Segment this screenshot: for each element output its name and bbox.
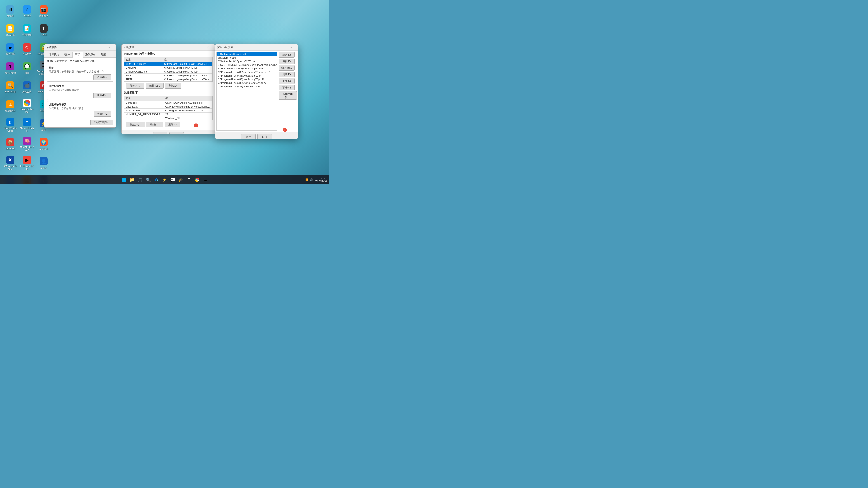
user-vars-table: 变量 值 MOZ_PLUGIN_PATH C:\Program Files (x…: [124, 57, 213, 82]
taskbar-typora-icon[interactable]: T: [185, 176, 193, 184]
tab-hardware[interactable]: 硬件: [62, 52, 72, 57]
startup-section-desc: 系统启动，系统故障和调试信息: [49, 107, 112, 110]
desktop-icon-mindmaster[interactable]: 🧠 MindMaster 2020: [19, 135, 35, 153]
user-vars-title: liuguanglei 的用户变量(U): [124, 52, 213, 56]
envvar-close-button[interactable]: ✕: [203, 45, 213, 50]
taskbar-meeting-icon[interactable]: 🎓: [177, 176, 184, 184]
table-row[interactable]: MOZ_PLUGIN_PATH C:\Program Files (x86)\F…: [124, 62, 213, 66]
taskbar-clouddisk-icon[interactable]: ☁: [202, 176, 209, 184]
env-vars-button[interactable]: 环境变量(N)...: [90, 120, 114, 125]
taskbar-center: 📁 🎵 🔍 ⚡ 💬 🎓 T: [120, 176, 209, 184]
editenv-controls: ✕: [286, 45, 296, 50]
desktop-icon-chrome[interactable]: Google Chrome: [19, 97, 35, 115]
taskbar-clock[interactable]: 10:51 2022/12/18: [314, 177, 327, 183]
table-row[interactable]: Path C:\Users\liuguanglei\AppData\Local\…: [124, 74, 213, 77]
desktop-icon-screenshot[interactable]: 📷 截图翻译: [36, 2, 52, 20]
table-row[interactable]: TEMP C:\Users\liuguanglei\AppData\Local\…: [124, 77, 213, 81]
editenv-list-item[interactable]: C:\Program Files (x86)\NetSarang\Xlpd 7\: [217, 77, 277, 81]
tab-remote[interactable]: 远程: [98, 52, 109, 57]
tab-advanced[interactable]: 高级: [72, 52, 83, 58]
user-edit-button[interactable]: 编辑(E)...: [146, 83, 164, 89]
desktop-icon-jinshandoc[interactable]: 📄 金山文档: [2, 21, 18, 39]
sysprop-titlebar: 系统属性 ✕: [44, 44, 116, 51]
userprofile-settings-button[interactable]: 设置(E)...: [93, 93, 112, 98]
svg-rect-6: [122, 180, 124, 182]
editenv-list-item[interactable]: %SystemRoot%\system32: [217, 52, 277, 56]
tab-system-protect[interactable]: 系统保护: [83, 52, 98, 57]
sys-new-button[interactable]: 新建(W)...: [126, 122, 145, 127]
desktop-icon-tencent-video[interactable]: ▶ 腾讯视频: [2, 40, 18, 58]
desktop-icon-everything[interactable]: 🔍 Everything: [2, 78, 18, 96]
editenv-delete-button[interactable]: 删除(D): [279, 72, 294, 77]
sysprop-close-button[interactable]: ✕: [104, 45, 114, 50]
perf-settings-button[interactable]: 设置(S)...: [93, 74, 112, 80]
svg-rect-4: [122, 178, 124, 180]
editenv-close-button[interactable]: ✕: [286, 45, 296, 50]
editenv-edittext-button[interactable]: 编辑文本(T)...: [279, 91, 297, 100]
editenv-list-item[interactable]: %SYSTEMROOT%\System32\WindowsPowerShell\…: [217, 63, 277, 67]
table-row[interactable]: DriverData C:\Windows\System32\Drivers\D…: [124, 105, 213, 109]
editenv-cancel-button[interactable]: 取消: [257, 134, 272, 139]
editenv-down-button[interactable]: 下移(O): [279, 85, 294, 90]
sys-edit-button[interactable]: 编辑(I)...: [146, 122, 163, 127]
table-row[interactable]: OS Windows_NT: [124, 116, 213, 120]
desktop-icon-tencent-meeting[interactable]: 📹 腾讯会议: [19, 78, 35, 96]
tab-computer-name[interactable]: 计算机名: [46, 52, 62, 57]
sysprop-nav-tabs: 计算机名 硬件 高级 系统保护 远程: [44, 51, 116, 58]
taskbar-start-button[interactable]: [120, 176, 127, 184]
sys-vars-title: 系统变量(S): [124, 91, 213, 95]
user-delete-button[interactable]: 删除(D): [165, 83, 181, 89]
desktop-icon-evernote[interactable]: 📝 印象笔记: [19, 21, 35, 39]
desktop-icon-xunlei-person[interactable]: 👤 迅雷人: [36, 154, 52, 172]
desktop-icon-typora[interactable]: T Typora: [36, 21, 52, 39]
editenv-up-button[interactable]: 上移(U): [279, 78, 294, 84]
editenv-list-item[interactable]: %SystemRoot%\System32\Wbem: [217, 59, 277, 63]
user-vars-btn-row: 新建(N)... 编辑(E)... 删除(D): [124, 82, 213, 90]
desktop-icon-youdao[interactable]: 有 有道翻译: [19, 40, 35, 58]
taskbar-wechat-icon[interactable]: 💬: [169, 176, 176, 184]
editenv-list-item[interactable]: C:\Program Files (x86)\NetSarang\Xftp 7\: [217, 74, 277, 77]
table-row[interactable]: OneDrive C:\Users\liuguanglei\OneDrive: [124, 66, 213, 70]
envvar-cancel-button[interactable]: 取消: [169, 132, 184, 134]
table-row[interactable]: OneDriveConsumer C:\Users\liuguanglei\On…: [124, 70, 213, 74]
table-row[interactable]: NUMBER_OF_PROCESSORS 24: [124, 112, 213, 116]
desktop-icon-xunlei-translate[interactable]: 🌍 迅雷翻译: [36, 135, 52, 153]
table-row[interactable]: ComSpec C:\WINDOWS\system32\cmd.exe: [124, 101, 213, 105]
taskbar-edge-icon[interactable]: [153, 176, 160, 184]
taskbar-chrome-icon[interactable]: [193, 176, 201, 184]
taskbar-right: 📶 🔊 10:51 2022/12/18: [305, 177, 327, 183]
envvar-ok-button[interactable]: 确定: [153, 132, 167, 134]
editenv-browse-button[interactable]: 浏览(B)...: [279, 65, 294, 71]
user-new-button[interactable]: 新建(N)...: [126, 83, 144, 89]
desktop-icon-winrar[interactable]: 📦 WinRAR: [2, 135, 18, 153]
editenv-list-item[interactable]: C:\Program Files (x86)\Tencent\QQ\Bin: [217, 85, 277, 88]
startup-settings-button[interactable]: 设置(T)...: [94, 111, 112, 117]
editenv-edit-button[interactable]: 编辑(E): [279, 59, 294, 64]
editenv-ok-button[interactable]: 确定: [241, 134, 256, 139]
desktop-icon-edge[interactable]: e Microsoft Edge: [19, 116, 35, 134]
taskbar-explorer-icon[interactable]: 📁: [128, 176, 135, 184]
desktop-icon-liudaren[interactable]: ⬆ 刘大人专用: [2, 59, 18, 77]
desktop-icon-potplayer[interactable]: ▶ PotPlayer Sci bit: [19, 154, 35, 172]
desktop-icon-youdao2[interactable]: 道 有道翻译2: [2, 97, 18, 115]
editenv-window: 编辑环境变量 ✕ %SystemRoot%\system32 %SystemRo…: [215, 44, 298, 139]
taskbar-xunlei-icon[interactable]: ⚡: [161, 176, 168, 184]
table-row[interactable]: JAVA_HOME C:\Program Files\Java\jdk1.8.0…: [124, 109, 213, 112]
editenv-list-item[interactable]: C:\Program Files (x86)\NetSarang\Xshell …: [217, 81, 277, 85]
envvar-title: 环境变量: [123, 45, 134, 49]
sys-delete-button[interactable]: 删除(L): [164, 122, 180, 127]
desktop-icon-vscode[interactable]: {} Visual Studio Code: [2, 116, 18, 134]
editenv-new-button[interactable]: 新建(N): [279, 52, 294, 58]
desktop-icon-todask[interactable]: ✓ ToDask: [19, 2, 35, 20]
perf-section-desc: 视觉效果，处理器计划，内存使用，以及虚拟内存: [49, 70, 112, 73]
desktop-icon-wechat[interactable]: 💬 微信: [19, 59, 35, 77]
svg-rect-5: [124, 178, 126, 180]
taskbar-search-icon[interactable]: 🔍: [145, 176, 152, 184]
taskbar-media-icon[interactable]: 🎵: [136, 176, 144, 184]
envvar-window: 环境变量 ✕ liuguanglei 的用户变量(U) 变量 值: [121, 44, 215, 134]
editenv-list-item[interactable]: %SystemRoot%: [217, 56, 277, 59]
desktop-icon-computer[interactable]: 🖥 此电脑: [2, 2, 18, 20]
desktop-icon-xmanager[interactable]: X XManager Term...: [2, 154, 18, 172]
editenv-list-item[interactable]: C:\Program Files (x86)\NetSarang\Xmanage…: [217, 70, 277, 74]
editenv-list-item[interactable]: %SYSTEMROOT%\System32\OpenSSH\: [217, 67, 277, 70]
